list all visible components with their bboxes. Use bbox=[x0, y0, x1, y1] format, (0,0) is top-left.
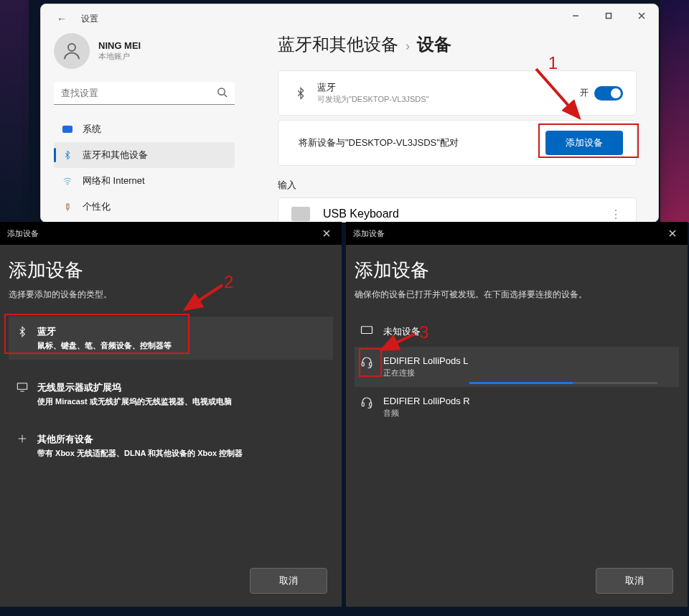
device-status: 音频 bbox=[383, 408, 470, 419]
back-button[interactable]: ← bbox=[54, 11, 70, 26]
minimize-button[interactable] bbox=[559, 4, 592, 27]
device-row-usb-keyboard[interactable]: USB Keyboard ⋮ bbox=[278, 197, 637, 223]
nav-bluetooth[interactable]: 蓝牙和其他设备 bbox=[54, 142, 235, 168]
device-icon bbox=[360, 325, 376, 338]
bluetooth-toggle-card: 蓝牙 可发现为"DESKTOP-VL3JSDS" 开 bbox=[278, 70, 637, 116]
card-title: 蓝牙 bbox=[317, 81, 580, 94]
option-title: 其他所有设备 bbox=[37, 433, 243, 446]
svg-point-5 bbox=[218, 88, 225, 95]
annotation-1-label: 1 bbox=[548, 53, 558, 73]
display-icon bbox=[14, 381, 30, 392]
svg-line-6 bbox=[224, 94, 227, 97]
cancel-button[interactable]: 取消 bbox=[250, 568, 327, 594]
brush-icon: ✎ bbox=[59, 198, 75, 215]
nav-label: 系统 bbox=[83, 123, 101, 136]
headset-icon bbox=[360, 355, 376, 371]
section-heading-input: 输入 bbox=[278, 179, 637, 192]
dialog-titlebar-text: 添加设备 bbox=[353, 228, 385, 239]
dialog-close-button[interactable] bbox=[657, 222, 688, 245]
breadcrumb: 蓝牙和其他设备 › 设备 bbox=[278, 33, 637, 56]
bluetooth-icon bbox=[61, 150, 74, 160]
svg-rect-1 bbox=[606, 14, 611, 19]
search-input[interactable] bbox=[54, 82, 235, 105]
cancel-button[interactable]: 取消 bbox=[596, 568, 673, 594]
device-lollipods-l[interactable]: EDIFIER LolliPods L 正在连接 bbox=[355, 347, 679, 387]
settings-window: ← 设置 NING MEI 本地账户 bbox=[40, 4, 659, 223]
option-bluetooth[interactable]: 蓝牙 鼠标、键盘、笔、音频设备、控制器等 bbox=[9, 317, 333, 360]
pair-device-card: 将新设备与"DESKTOP-VL3JSDS"配对 添加设备 bbox=[278, 120, 637, 166]
wifi-icon bbox=[61, 176, 74, 186]
connecting-progress bbox=[469, 382, 657, 384]
option-title: 蓝牙 bbox=[37, 325, 172, 338]
svg-rect-18 bbox=[362, 327, 372, 334]
option-desc: 带有 Xbox 无线适配器、DLNA 和其他设备的 Xbox 控制器 bbox=[37, 448, 243, 459]
user-block[interactable]: NING MEI 本地账户 bbox=[54, 33, 256, 69]
nav-label: 蓝牙和其他设备 bbox=[83, 149, 148, 162]
option-desc: 使用 Miracast 或无线扩展坞的无线监视器、电视或电脑 bbox=[37, 396, 232, 407]
add-device-button[interactable]: 添加设备 bbox=[545, 131, 623, 155]
avatar-icon bbox=[54, 33, 90, 69]
bluetooth-icon bbox=[291, 87, 310, 100]
display-icon bbox=[62, 126, 72, 133]
nav-label: 个性化 bbox=[83, 200, 111, 213]
pair-text: 将新设备与"DESKTOP-VL3JSDS"配对 bbox=[299, 136, 545, 149]
device-name: USB Keyboard bbox=[323, 207, 610, 220]
breadcrumb-parent[interactable]: 蓝牙和其他设备 bbox=[278, 33, 398, 56]
dialog-subheading: 选择要添加的设备的类型。 bbox=[9, 289, 333, 301]
svg-rect-22 bbox=[370, 403, 372, 406]
dialog-titlebar-text: 添加设备 bbox=[7, 228, 39, 239]
dialog-heading: 添加设备 bbox=[355, 258, 679, 283]
bluetooth-icon bbox=[14, 325, 30, 337]
svg-rect-21 bbox=[362, 403, 364, 406]
breadcrumb-current: 设备 bbox=[417, 33, 451, 56]
nav-system[interactable]: 系统 bbox=[54, 116, 235, 142]
device-name: EDIFIER LolliPods R bbox=[383, 396, 470, 406]
plus-icon bbox=[14, 433, 30, 444]
window-title: 设置 bbox=[81, 13, 98, 25]
close-button[interactable] bbox=[625, 4, 658, 27]
add-device-dialog-select: 添加设备 添加设备 确保你的设备已打开并可被发现。在下面选择要连接的设备。 未知… bbox=[346, 222, 688, 607]
annotation-2-label: 2 bbox=[224, 272, 233, 292]
bluetooth-toggle[interactable] bbox=[594, 86, 623, 101]
sidebar: NING MEI 本地账户 系统 蓝牙和其他设备 网络和 Internet ✎个… bbox=[41, 33, 256, 222]
svg-point-7 bbox=[67, 184, 67, 185]
user-name: NING MEI bbox=[98, 40, 141, 51]
svg-point-4 bbox=[68, 44, 75, 51]
search-icon bbox=[217, 87, 228, 101]
nav-network[interactable]: 网络和 Internet bbox=[54, 168, 235, 194]
more-icon[interactable]: ⋮ bbox=[610, 207, 623, 221]
headset-icon bbox=[360, 396, 376, 411]
device-status: 正在连接 bbox=[383, 368, 673, 378]
dialog-titlebar: 添加设备 bbox=[0, 222, 342, 245]
dialog-close-button[interactable] bbox=[311, 222, 342, 245]
device-name: 未知设备 bbox=[383, 325, 421, 338]
dialog-titlebar: 添加设备 bbox=[346, 222, 688, 245]
main-pane: 蓝牙和其他设备 › 设备 蓝牙 可发现为"DESKTOP-VL3JSDS" 开 … bbox=[256, 33, 658, 222]
device-unknown[interactable]: 未知设备 bbox=[355, 317, 679, 347]
card-subtitle: 可发现为"DESKTOP-VL3JSDS" bbox=[317, 94, 580, 105]
chevron-right-icon: › bbox=[406, 39, 410, 54]
titlebar: ← 设置 bbox=[41, 4, 658, 33]
option-title: 无线显示器或扩展坞 bbox=[37, 381, 232, 394]
user-account-type: 本地账户 bbox=[98, 51, 141, 62]
nav-personalize[interactable]: ✎个性化 bbox=[54, 194, 235, 220]
toggle-state-label: 开 bbox=[580, 87, 589, 99]
device-lollipods-r[interactable]: EDIFIER LolliPods R 音频 bbox=[355, 387, 679, 427]
add-device-dialog-type: 添加设备 添加设备 选择要添加的设备的类型。 蓝牙 鼠标、键盘、笔、音频设备、控… bbox=[0, 222, 342, 607]
device-name: EDIFIER LolliPods L bbox=[383, 355, 673, 366]
dialog-heading: 添加设备 bbox=[9, 258, 333, 283]
svg-rect-11 bbox=[17, 383, 27, 390]
annotation-3-label: 3 bbox=[419, 322, 428, 342]
dialog-subheading: 确保你的设备已打开并可被发现。在下面选择要连接的设备。 bbox=[355, 289, 679, 301]
nav-list: 系统 蓝牙和其他设备 网络和 Internet ✎个性化 bbox=[54, 116, 256, 220]
option-wireless-display[interactable]: 无线显示器或扩展坞 使用 Miracast 或无线扩展坞的无线监视器、电视或电脑 bbox=[9, 373, 333, 416]
keyboard-icon bbox=[291, 207, 310, 221]
svg-rect-20 bbox=[370, 363, 372, 366]
option-other-devices[interactable]: 其他所有设备 带有 Xbox 无线适配器、DLNA 和其他设备的 Xbox 控制… bbox=[9, 424, 333, 467]
option-desc: 鼠标、键盘、笔、音频设备、控制器等 bbox=[37, 340, 172, 351]
search-box[interactable] bbox=[54, 82, 235, 105]
svg-rect-19 bbox=[362, 363, 364, 366]
nav-label: 网络和 Internet bbox=[83, 174, 145, 187]
maximize-button[interactable] bbox=[592, 4, 625, 27]
